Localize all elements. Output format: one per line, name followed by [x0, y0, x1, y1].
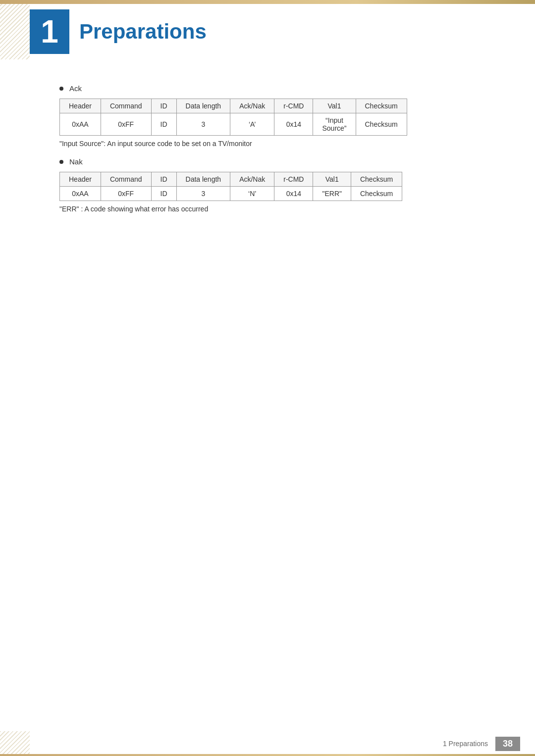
- nak-col-command: Command: [101, 172, 151, 187]
- nak-cell-data-length: 3: [176, 187, 230, 201]
- main-content: Ack Header Command ID Data length Ack/Na…: [0, 59, 535, 260]
- chapter-number-box: 1: [30, 9, 69, 54]
- nak-cell-id: ID: [151, 187, 176, 201]
- nak-col-val1: Val1: [313, 172, 351, 187]
- nak-table-container: Header Command ID Data length Ack/Nak r-…: [59, 172, 495, 201]
- footer-page-number: 38: [495, 737, 520, 751]
- nak-table-data-row: 0xAA 0xFF ID 3 ‘N’ 0x14 "ERR" Checksum: [60, 187, 402, 201]
- nak-col-checksum: Checksum: [351, 172, 402, 187]
- nak-col-data-length: Data length: [176, 172, 230, 187]
- nak-cell-val1: "ERR": [313, 187, 351, 201]
- ack-label: Ack: [69, 84, 82, 93]
- nak-cell-header: 0xAA: [60, 187, 101, 201]
- nak-cell-command: 0xFF: [101, 187, 151, 201]
- nak-label: Nak: [69, 157, 83, 166]
- nak-note: "ERR" : A code showing what error has oc…: [59, 205, 495, 213]
- nak-cell-r-cmd: 0x14: [274, 187, 313, 201]
- ack-cell-id: ID: [151, 113, 176, 136]
- ack-col-val1: Val1: [313, 99, 356, 113]
- ack-cell-data-length: 3: [176, 113, 230, 136]
- footer-decorative-stripe: [0, 754, 535, 756]
- ack-table: Header Command ID Data length Ack/Nak r-…: [59, 99, 407, 136]
- ack-col-command: Command: [101, 99, 151, 113]
- ack-table-container: Header Command ID Data length Ack/Nak r-…: [59, 99, 495, 136]
- bullet-dot-ack: [59, 87, 63, 91]
- nak-table-header-row: Header Command ID Data length Ack/Nak r-…: [60, 172, 402, 187]
- nak-col-id: ID: [151, 172, 176, 187]
- nak-col-ack-nak: Ack/Nak: [230, 172, 274, 187]
- ack-cell-checksum: Checksum: [356, 113, 407, 136]
- footer-main: 1 Preparations 38: [30, 731, 535, 756]
- nak-cell-ack-nak: ‘N’: [230, 187, 274, 201]
- ack-col-header: Header: [60, 99, 101, 113]
- ack-table-header-row: Header Command ID Data length Ack/Nak r-…: [60, 99, 407, 113]
- page-footer: 1 Preparations 38: [0, 731, 535, 756]
- nak-col-header: Header: [60, 172, 101, 187]
- ack-col-r-cmd: r-CMD: [274, 99, 313, 113]
- ack-col-id: ID: [151, 99, 176, 113]
- ack-col-data-length: Data length: [176, 99, 230, 113]
- chapter-number: 1: [41, 16, 58, 48]
- ack-cell-val1: “Input Source”: [313, 113, 356, 136]
- ack-table-data-row: 0xAA 0xFF ID 3 ‘A’ 0x14 “Input Source” C…: [60, 113, 407, 136]
- chapter-title: Preparations: [79, 20, 207, 44]
- bullet-dot-nak: [59, 160, 63, 164]
- footer-section-label: 1 Preparations: [443, 740, 488, 748]
- ack-col-checksum: Checksum: [356, 99, 407, 113]
- ack-bullet-item: Ack: [59, 84, 495, 93]
- ack-cell-ack-nak: ‘A’: [230, 113, 274, 136]
- ack-cell-r-cmd: 0x14: [274, 113, 313, 136]
- page-header: 1 Preparations: [0, 0, 535, 59]
- nak-table: Header Command ID Data length Ack/Nak r-…: [59, 172, 402, 201]
- ack-cell-header: 0xAA: [60, 113, 101, 136]
- ack-cell-command: 0xFF: [101, 113, 151, 136]
- footer-left-decoration: [0, 731, 30, 756]
- nak-col-r-cmd: r-CMD: [274, 172, 313, 187]
- ack-col-ack-nak: Ack/Nak: [230, 99, 274, 113]
- nak-cell-checksum: Checksum: [351, 187, 402, 201]
- ack-note: "Input Source": An input source code to …: [59, 140, 495, 148]
- nak-bullet-item: Nak: [59, 157, 495, 166]
